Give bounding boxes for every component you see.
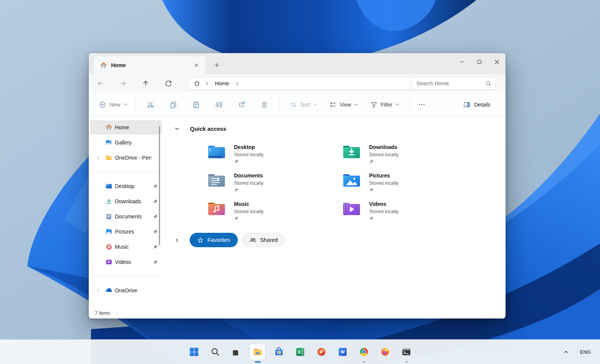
windows-logo-icon <box>189 347 199 357</box>
tab-bar: Home <box>89 53 506 74</box>
folder-pictures-icon <box>342 172 361 188</box>
view-layout-icon <box>329 101 337 108</box>
powerpoint-button[interactable]: P <box>314 344 329 360</box>
folder-tile-pictures[interactable]: Pictures Stored locally <box>342 172 477 200</box>
details-pane-icon <box>463 101 471 108</box>
word-button[interactable]: W <box>335 344 350 360</box>
breadcrumb-chevron-icon-2[interactable] <box>234 81 240 86</box>
chevron-down-icon[interactable] <box>174 126 180 132</box>
sidebar-item-label: OneDrive <box>115 287 137 293</box>
sidebar-divider <box>94 276 158 276</box>
firefox-button[interactable] <box>377 344 393 360</box>
search-box[interactable] <box>411 77 496 90</box>
folder-tile-music[interactable]: Music Stored locally <box>207 200 342 229</box>
tray-chevron-up-icon[interactable] <box>563 349 569 355</box>
microsoft-store-button[interactable] <box>271 344 287 360</box>
refresh-icon[interactable] <box>162 77 175 90</box>
shared-pill[interactable]: Shared <box>242 233 286 247</box>
sidebar-divider <box>94 172 158 172</box>
filter-button[interactable]: Filter <box>366 97 403 112</box>
cut-icon[interactable] <box>143 97 158 112</box>
breadcrumb-segment-home[interactable]: Home <box>214 80 231 86</box>
breadcrumb-home-icon[interactable] <box>193 80 200 87</box>
content-pane: Quick access De <box>163 117 506 308</box>
toolbar-divider <box>280 99 280 110</box>
svg-text:P: P <box>319 350 322 355</box>
chevron-right-icon[interactable] <box>95 287 101 293</box>
folder-status: Stored locally <box>234 151 264 158</box>
forward-icon[interactable] <box>117 77 130 90</box>
music-icon <box>105 243 112 250</box>
file-explorer-icon <box>253 347 262 357</box>
close-window-icon[interactable] <box>488 53 506 71</box>
sort-button[interactable]: Sort <box>286 97 321 112</box>
sidebar-item-documents[interactable]: Documents <box>90 210 162 223</box>
rename-icon[interactable] <box>211 97 226 112</box>
details-button[interactable]: Details <box>459 97 494 112</box>
new-tab-button[interactable] <box>211 59 223 71</box>
more-options-icon[interactable] <box>414 97 429 112</box>
navigation-bar: Home <box>89 74 506 93</box>
new-button[interactable]: New <box>95 97 131 112</box>
sidebar-item-gallery[interactable]: Gallery <box>90 136 162 149</box>
excel-icon: X <box>295 347 305 357</box>
copy-icon[interactable] <box>166 97 181 112</box>
favorites-pill[interactable]: Favorites <box>190 233 238 247</box>
pin-icon <box>369 216 374 221</box>
gallery-icon <box>105 139 112 146</box>
sidebar-item-music[interactable]: Music <box>90 240 162 254</box>
close-tab-icon[interactable] <box>191 60 202 71</box>
microsoft-store-icon <box>274 347 284 357</box>
sidebar-scrollbar[interactable] <box>159 126 160 245</box>
funnel-icon <box>370 101 378 108</box>
folder-tile-videos[interactable]: Videos Stored locally <box>342 200 477 229</box>
taskbar-file-explorer-button[interactable] <box>250 344 265 360</box>
tab-home[interactable]: Home <box>94 56 205 74</box>
sidebar-item-onedrive-personal[interactable]: OneDrive - Perso <box>90 151 162 165</box>
chevron-down-icon <box>124 104 127 106</box>
folder-status: Stored locally <box>234 179 264 187</box>
search-input[interactable] <box>416 80 485 86</box>
folder-tile-documents[interactable]: Documents Stored locally <box>207 172 342 200</box>
chevron-right-icon[interactable] <box>95 155 101 161</box>
view-button[interactable]: View <box>325 97 362 112</box>
sidebar-item-home[interactable]: Home <box>90 121 162 134</box>
paste-icon[interactable] <box>188 97 204 112</box>
tab-title: Home <box>111 62 126 68</box>
sort-arrows-icon <box>290 101 297 108</box>
folder-name: Documents <box>234 172 264 179</box>
sidebar-item-pictures[interactable]: Pictures <box>90 225 162 238</box>
folder-tile-downloads[interactable]: Downloads Stored locally <box>342 143 477 172</box>
sidebar-item-downloads[interactable]: Downloads <box>90 195 162 208</box>
folder-tile-desktop[interactable]: Desktop Stored locally <box>207 143 342 172</box>
maximize-icon[interactable] <box>471 53 488 71</box>
chevron-right-icon[interactable] <box>174 237 180 243</box>
start-button[interactable] <box>186 344 202 360</box>
back-icon[interactable] <box>94 77 107 90</box>
running-indicator <box>405 361 407 362</box>
task-view-button[interactable] <box>229 344 244 360</box>
folder-documents-icon <box>207 172 226 188</box>
powerpoint-icon: P <box>316 347 326 357</box>
chrome-button[interactable] <box>356 344 372 360</box>
delete-icon[interactable] <box>257 97 272 112</box>
sidebar-item-onedrive[interactable]: OneDrive <box>90 284 162 297</box>
sidebar-item-desktop[interactable]: Desktop <box>90 179 162 193</box>
minimize-icon[interactable] <box>453 53 471 71</box>
terminal-button[interactable] <box>399 344 414 360</box>
taskbar-center: X P W <box>186 340 414 364</box>
view-label: View <box>340 102 351 108</box>
taskbar-search-button[interactable] <box>207 344 223 360</box>
language-indicator[interactable]: ENG <box>580 349 591 355</box>
word-icon: W <box>338 347 347 357</box>
excel-button[interactable]: X <box>292 344 308 360</box>
pictures-icon <box>105 228 112 235</box>
share-icon[interactable] <box>234 97 249 112</box>
folder-desktop-icon <box>207 143 226 160</box>
up-icon[interactable] <box>139 77 152 90</box>
sidebar-item-videos[interactable]: Videos <box>90 255 162 269</box>
breadcrumb-chevron-icon[interactable] <box>204 81 210 86</box>
folder-music-icon <box>207 200 226 217</box>
search-icon[interactable] <box>485 80 492 87</box>
address-bar[interactable]: Home <box>188 77 411 90</box>
